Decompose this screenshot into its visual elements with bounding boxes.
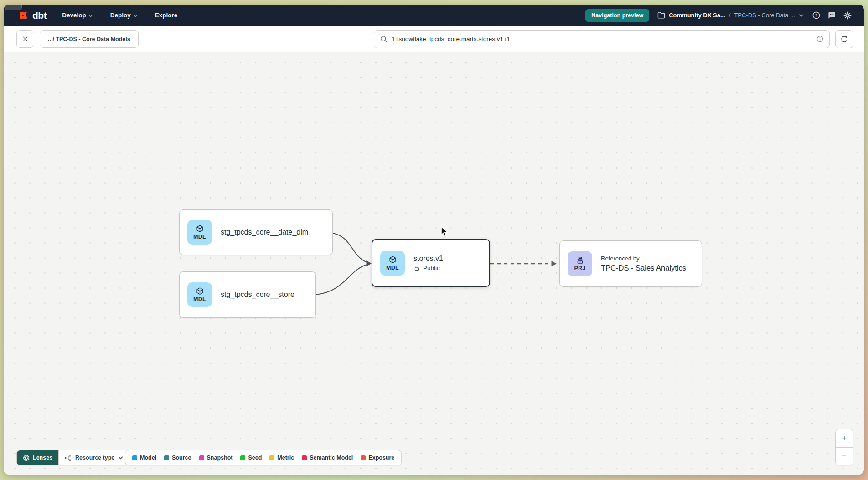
svg-text:?: ? — [815, 13, 817, 18]
node-overline: Referenced by — [601, 255, 686, 262]
node-label: stg_tpcds_core__store — [221, 291, 294, 299]
badge-label: MDL — [193, 234, 206, 240]
folder-icon — [657, 11, 665, 19]
feedback-icon[interactable] — [827, 11, 836, 20]
nav-develop-label: Develop — [62, 12, 86, 19]
top-nav: dbt Develop Deploy Explore Navigation pr… — [4, 5, 864, 26]
cube-icon — [388, 255, 397, 264]
zoom-in-button[interactable]: + — [836, 429, 853, 448]
node-label: stg_tpcds_core__date_dim — [221, 228, 308, 236]
breadcrumb-project: TPC-DS - Core Data ... — [734, 12, 795, 19]
close-lineage-button[interactable] — [16, 30, 34, 48]
resource-type-icon — [65, 454, 72, 461]
refresh-lineage-button[interactable] — [835, 30, 853, 48]
semantic-model-swatch — [302, 455, 307, 460]
project-breadcrumb[interactable]: Community DX Sa... / TPC-DS - Core Data … — [657, 11, 804, 19]
close-icon — [22, 36, 29, 42]
legend-item-metric: Metric — [269, 454, 294, 461]
lineage-breadcrumb-chip[interactable]: .. / TPC-DS - Core Data Models — [40, 30, 139, 48]
project-badge: PRJ — [568, 251, 592, 276]
access-label: Public — [423, 265, 440, 271]
dbt-logo-text: dbt — [32, 10, 46, 21]
node-stg-tpcds-core-store[interactable]: MDL stg_tpcds_core__store — [179, 271, 316, 318]
lineage-toolbar: .. / TPC-DS - Core Data Models — [4, 26, 864, 52]
chevron-down-icon — [88, 14, 93, 17]
zoom-controls: + − — [835, 429, 853, 465]
model-swatch — [132, 455, 137, 460]
model-badge: MDL — [380, 251, 405, 276]
node-referenced-by-sales-analytics[interactable]: PRJ Referenced by TPC-DS - Sales Analyti… — [559, 240, 702, 287]
settings-gear-icon[interactable] — [843, 11, 852, 20]
legend-item-seed: Seed — [240, 454, 262, 461]
badge-label: MDL — [386, 265, 399, 271]
breadcrumb-account: Community DX Sa... — [669, 12, 725, 19]
exposure-swatch — [361, 455, 366, 460]
source-swatch — [164, 455, 169, 460]
legend-item-snapshot: Snapshot — [199, 454, 233, 461]
nav-item-develop[interactable]: Develop — [62, 12, 93, 19]
screen-artifact — [5, 5, 22, 10]
model-badge: MDL — [187, 220, 212, 245]
nav-deploy-label: Deploy — [110, 12, 131, 19]
mouse-cursor — [440, 227, 450, 237]
lens-controls: Lenses Resource type — [16, 450, 129, 465]
chevron-down-icon — [118, 456, 123, 460]
dbt-logo[interactable]: dbt — [17, 10, 46, 21]
app-window: dbt Develop Deploy Explore Navigation pr… — [4, 5, 864, 475]
navigation-preview-badge[interactable]: Navigation preview — [585, 9, 649, 22]
lenses-aperture-icon — [23, 454, 30, 461]
unlock-icon — [413, 265, 420, 271]
legend-item-source: Source — [164, 454, 191, 461]
lenses-button[interactable]: Lenses — [17, 450, 58, 465]
nav-item-deploy[interactable]: Deploy — [110, 12, 138, 19]
node-stores-v1[interactable]: MDL stores.v1 Public — [372, 239, 490, 287]
top-nav-right: Navigation preview Community DX Sa... / … — [585, 9, 852, 22]
dbt-logo-icon — [17, 10, 29, 21]
badge-label: PRJ — [574, 265, 585, 271]
legend-item-exposure: Exposure — [361, 454, 394, 461]
top-nav-icons: ? — [812, 11, 852, 20]
model-badge: MDL — [187, 282, 212, 307]
node-title: stores.v1 — [413, 255, 443, 263]
resource-type-legend: Model Source Snapshot Seed Metric Semant… — [125, 450, 402, 465]
seed-swatch — [240, 455, 245, 460]
legend-item-semantic-model: Semantic Model — [302, 454, 353, 461]
nav-item-explore[interactable]: Explore — [155, 12, 178, 19]
legend-item-model: Model — [132, 454, 156, 461]
lenses-label: Lenses — [33, 454, 52, 461]
badge-label: MDL — [193, 296, 206, 302]
refresh-icon — [840, 35, 848, 43]
lineage-canvas[interactable]: MDL stg_tpcds_core__date_dim MDL stg_tpc… — [4, 52, 864, 475]
lineage-search[interactable] — [374, 30, 830, 48]
node-stg-tpcds-core-date-dim[interactable]: MDL stg_tpcds_core__date_dim — [179, 209, 333, 255]
breadcrumb-separator: / — [729, 12, 731, 19]
cube-icon — [196, 225, 204, 233]
resource-type-label: Resource type — [75, 454, 114, 461]
main-menu: Develop Deploy Explore — [62, 12, 177, 19]
zoom-out-button[interactable]: − — [836, 448, 853, 465]
chevron-down-icon — [799, 14, 804, 17]
chevron-down-icon — [133, 14, 138, 17]
resource-type-dropdown[interactable]: Resource type — [58, 450, 129, 465]
snapshot-swatch — [199, 455, 204, 460]
search-icon — [380, 35, 388, 43]
project-stack-icon — [576, 256, 584, 265]
selector-input[interactable] — [392, 36, 812, 42]
nav-explore-label: Explore — [155, 12, 178, 19]
help-icon[interactable]: ? — [812, 11, 821, 20]
node-title: TPC-DS - Sales Analytics — [601, 264, 686, 272]
metric-swatch — [269, 455, 274, 460]
cube-icon — [196, 287, 204, 296]
info-icon[interactable] — [816, 35, 824, 43]
